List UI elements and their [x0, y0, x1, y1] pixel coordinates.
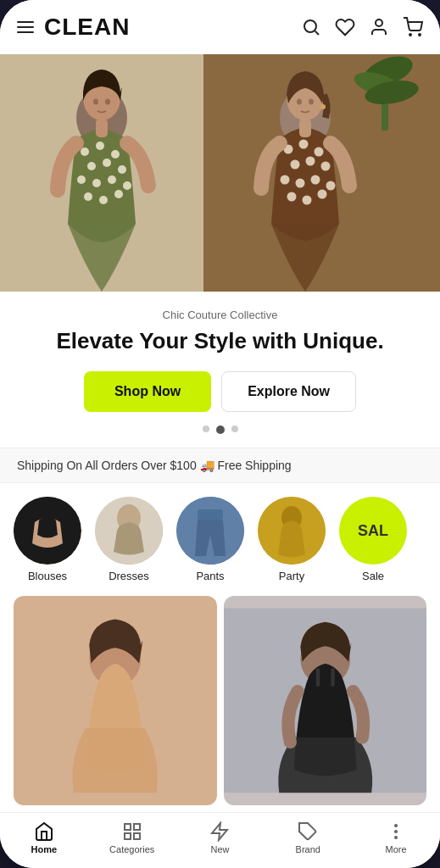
categories-icon — [122, 821, 142, 842]
dresses-label: Dresses — [109, 570, 149, 582]
nav-home[interactable]: Home — [19, 821, 70, 854]
shipping-text: Shipping On All Orders Over $100 🚚 Free … — [17, 459, 292, 472]
svg-rect-67 — [125, 833, 131, 839]
svg-rect-29 — [96, 119, 108, 137]
svg-point-26 — [84, 192, 92, 201]
dot-1[interactable] — [203, 426, 209, 432]
svg-point-23 — [92, 179, 101, 187]
categories-label: Categories — [109, 844, 154, 854]
dot-3[interactable] — [231, 426, 238, 432]
svg-point-49 — [309, 99, 314, 105]
brand-label: Brand — [296, 844, 320, 854]
svg-point-4 — [419, 34, 421, 36]
svg-point-46 — [318, 190, 327, 199]
blouses-circle — [14, 497, 81, 565]
cta-buttons: Shop Now Explore Now — [20, 371, 420, 412]
categories-section: Blouses Dresses — [0, 483, 440, 589]
svg-point-73 — [395, 825, 398, 827]
svg-point-2 — [376, 19, 382, 26]
nav-new[interactable]: New — [194, 821, 245, 854]
svg-point-25 — [123, 181, 131, 190]
svg-rect-65 — [134, 824, 140, 830]
svg-rect-47 — [299, 119, 311, 137]
cart-icon[interactable] — [403, 17, 423, 37]
svg-point-20 — [103, 159, 111, 167]
svg-rect-62 — [315, 668, 319, 687]
svg-point-74 — [395, 831, 398, 833]
header: CLEAN — [0, 0, 440, 54]
category-dresses[interactable]: Dresses — [92, 497, 166, 582]
home-icon — [34, 821, 54, 842]
svg-point-28 — [114, 190, 123, 198]
shipping-banner: Shipping On All Orders Over $100 🚚 Free … — [0, 448, 440, 483]
dot-2[interactable] — [216, 426, 225, 434]
nav-categories[interactable]: Categories — [107, 821, 158, 854]
new-icon — [209, 821, 230, 842]
explore-now-button[interactable]: Explore Now — [221, 371, 356, 412]
svg-point-21 — [118, 165, 126, 174]
home-label: Home — [31, 844, 58, 854]
user-icon[interactable] — [369, 17, 389, 37]
svg-point-48 — [297, 99, 302, 105]
svg-point-45 — [303, 196, 312, 205]
dresses-circle — [95, 497, 163, 565]
svg-line-1 — [315, 31, 319, 35]
svg-rect-63 — [331, 668, 334, 687]
sale-text: SAL — [358, 522, 388, 540]
heart-icon[interactable] — [335, 17, 355, 37]
hero-image — [0, 54, 440, 292]
sale-label: Sale — [362, 570, 384, 582]
brand-name: CLEAN — [44, 14, 130, 41]
more-icon — [386, 821, 406, 842]
svg-point-30 — [93, 99, 98, 105]
svg-point-31 — [105, 99, 110, 105]
svg-point-19 — [87, 162, 96, 170]
svg-marker-68 — [212, 823, 227, 840]
search-icon[interactable] — [301, 17, 321, 37]
category-pants[interactable]: Pants — [173, 497, 248, 582]
svg-point-39 — [321, 162, 331, 171]
party-circle — [258, 497, 326, 565]
svg-rect-55 — [198, 509, 223, 520]
category-party[interactable]: Party — [254, 497, 329, 582]
svg-point-44 — [287, 192, 297, 202]
menu-icon[interactable] — [17, 21, 34, 33]
shop-now-button[interactable]: Shop Now — [84, 371, 211, 412]
hero-text-section: Chic Couture Collective Elevate Your Sty… — [0, 292, 440, 448]
nav-brand[interactable]: Brand — [282, 821, 333, 854]
header-right — [301, 17, 423, 37]
svg-point-24 — [108, 175, 116, 184]
svg-point-43 — [326, 181, 336, 191]
category-sale[interactable]: SAL Sale — [336, 497, 410, 582]
svg-point-75 — [395, 837, 398, 839]
sale-circle: SAL — [339, 497, 407, 565]
category-blouses[interactable]: Blouses — [10, 497, 85, 582]
svg-rect-64 — [125, 824, 131, 830]
product-card-1[interactable] — [14, 596, 217, 805]
svg-point-40 — [281, 175, 290, 185]
nav-more[interactable]: More — [370, 821, 421, 854]
svg-rect-66 — [134, 833, 140, 839]
blouses-label: Blouses — [28, 570, 67, 582]
party-label: Party — [279, 570, 304, 582]
svg-point-37 — [291, 160, 300, 170]
bottom-nav: Home Categories New — [0, 812, 440, 868]
hero-headline: Elevate Your Style with Unique. — [20, 328, 420, 354]
svg-point-17 — [96, 142, 104, 150]
pants-label: Pants — [196, 570, 224, 582]
svg-point-41 — [296, 179, 305, 188]
svg-point-18 — [111, 150, 120, 159]
svg-point-16 — [81, 147, 89, 156]
svg-point-35 — [299, 140, 309, 149]
pants-circle — [176, 497, 244, 565]
svg-point-50 — [320, 104, 326, 109]
svg-point-27 — [99, 196, 108, 204]
new-label: New — [210, 844, 229, 854]
brand-icon — [298, 821, 318, 842]
product-card-2[interactable] — [224, 596, 427, 805]
carousel-dots — [20, 426, 420, 434]
hero-subtitle: Chic Couture Collective — [20, 309, 420, 321]
more-label: More — [386, 844, 407, 854]
svg-point-3 — [409, 34, 411, 36]
svg-point-36 — [315, 147, 324, 157]
